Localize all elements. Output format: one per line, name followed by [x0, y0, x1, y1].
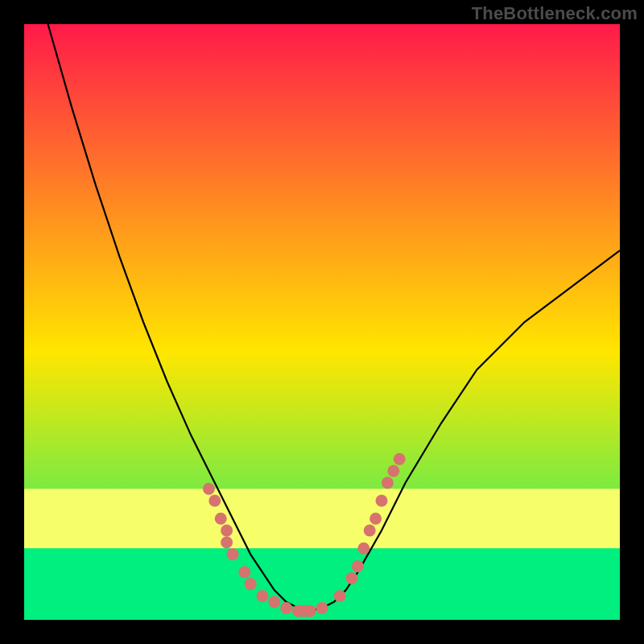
- data-point: [268, 596, 280, 608]
- data-point: [203, 483, 215, 495]
- data-point: [304, 605, 316, 617]
- band: [24, 489, 620, 548]
- data-point: [376, 495, 388, 507]
- data-point: [346, 572, 358, 584]
- bottom-bands: [24, 489, 620, 620]
- data-point: [257, 590, 269, 602]
- watermark-text: TheBottleneck.com: [472, 3, 638, 24]
- data-point: [357, 543, 369, 555]
- data-point: [280, 602, 292, 614]
- chart-svg: [24, 24, 620, 620]
- data-point: [352, 560, 364, 572]
- data-point: [208, 495, 221, 507]
- chart-frame: [24, 24, 620, 620]
- data-point: [221, 525, 233, 537]
- data-point: [238, 566, 250, 578]
- data-point: [334, 590, 346, 602]
- data-point: [382, 477, 394, 489]
- data-point: [364, 525, 376, 537]
- data-point: [369, 513, 382, 525]
- data-point: [394, 453, 406, 465]
- data-point: [215, 513, 227, 525]
- data-point: [245, 578, 257, 590]
- data-point: [227, 548, 239, 560]
- data-point: [316, 602, 328, 614]
- data-point: [387, 465, 399, 477]
- data-point: [221, 536, 233, 548]
